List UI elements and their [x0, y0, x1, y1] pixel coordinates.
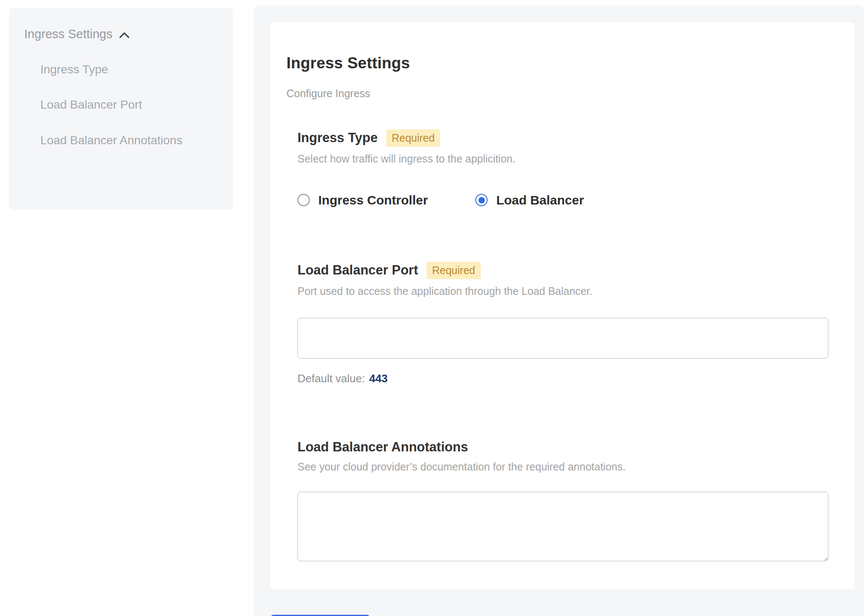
sidebar-item-load-balancer-annotations[interactable]: Load Balancer Annotations: [40, 131, 185, 150]
sidebar: Ingress Settings Ingress Type Load Balan…: [9, 8, 233, 210]
page-subtitle: Configure Ingress: [286, 87, 831, 100]
required-badge: Required: [386, 129, 440, 147]
sidebar-item-list: Ingress Type Load Balancer Port Load Bal…: [24, 60, 220, 150]
sidebar-section-label: Ingress Settings: [24, 27, 112, 41]
section-title-ingress-type: Ingress Type: [297, 130, 378, 146]
section-help-load-balancer-annotations: See your cloud provider’s documentation …: [297, 461, 831, 473]
sidebar-section-toggle[interactable]: Ingress Settings: [24, 27, 220, 41]
sidebar-item-load-balancer-port[interactable]: Load Balancer Port: [40, 95, 185, 114]
section-load-balancer-annotations: Load Balancer Annotations See your cloud…: [297, 440, 831, 561]
sidebar-item-ingress-type[interactable]: Ingress Type: [40, 60, 185, 79]
radio-circle-icon: [475, 194, 488, 206]
default-value-label: Default value:: [297, 372, 365, 385]
radio-circle-icon: [297, 194, 310, 206]
section-load-balancer-port: Load Balancer Port Required Port used to…: [297, 262, 831, 385]
radio-label: Ingress Controller: [318, 193, 428, 207]
section-help-ingress-type: Select how traffic will ingress to the a…: [297, 153, 831, 165]
radio-label: Load Balancer: [496, 193, 584, 207]
chevron-up-icon: [119, 32, 129, 39]
default-value: 443: [369, 372, 387, 385]
radio-option-ingress-controller[interactable]: Ingress Controller: [297, 193, 428, 207]
main-panel: Ingress Settings Configure Ingress Ingre…: [254, 6, 864, 616]
radio-option-load-balancer[interactable]: Load Balancer: [475, 193, 584, 207]
config-card: Ingress Settings Configure Ingress Ingre…: [270, 22, 855, 589]
ingress-type-radio-group: Ingress Controller Load Balancer: [297, 193, 831, 207]
section-title-load-balancer-annotations: Load Balancer Annotations: [297, 440, 468, 455]
load-balancer-port-input[interactable]: [297, 318, 828, 358]
section-ingress-type: Ingress Type Required Select how traffic…: [297, 129, 831, 207]
default-value-line: Default value:443: [297, 372, 831, 385]
section-title-load-balancer-port: Load Balancer Port: [297, 263, 418, 278]
load-balancer-annotations-textarea[interactable]: [297, 492, 828, 561]
required-badge: Required: [426, 262, 480, 279]
config-sections: Ingress Type Required Select how traffic…: [297, 129, 831, 561]
section-help-load-balancer-port: Port used to access the application thro…: [297, 285, 831, 297]
page-title: Ingress Settings: [286, 54, 831, 72]
